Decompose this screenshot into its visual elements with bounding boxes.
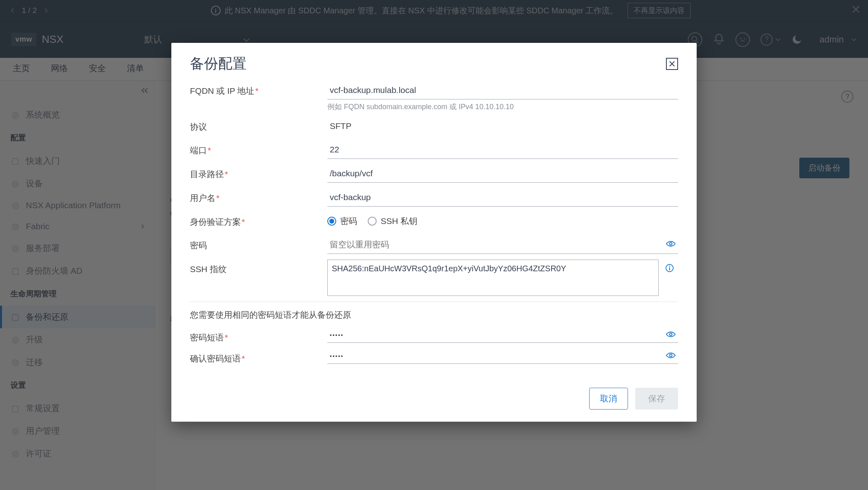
password-input[interactable]	[327, 236, 664, 253]
auth-radio-group: 密码 SSH 私钥	[327, 212, 678, 230]
passphrase-label: 密码短语*	[190, 328, 327, 343]
form-row-port: 端口*	[190, 141, 678, 159]
passphrase-note: 您需要使用相同的密码短语才能从备份还原	[190, 309, 678, 321]
port-input[interactable]	[327, 141, 678, 159]
save-button[interactable]: 保存	[635, 388, 678, 410]
info-icon[interactable]	[665, 260, 674, 274]
form-row-username: 用户名*	[190, 188, 678, 207]
svg-point-3	[670, 243, 672, 245]
username-label: 用户名*	[190, 188, 327, 204]
form-row-fqdn: FQDN 或 IP 地址* 例如 FQDN subdomain.example.…	[190, 81, 678, 112]
svg-rect-6	[669, 268, 670, 270]
modal-body: FQDN 或 IP 地址* 例如 FQDN subdomain.example.…	[171, 77, 697, 378]
form-row-protocol: 协议 SFTP	[190, 117, 678, 135]
eye-icon[interactable]	[664, 240, 678, 249]
protocol-label: 协议	[190, 117, 327, 133]
protocol-value: SFTP	[327, 117, 678, 135]
password-label: 密码	[190, 236, 327, 251]
fqdn-input[interactable]	[327, 81, 678, 99]
modal-close-button[interactable]	[666, 58, 678, 70]
confirm-passphrase-label: 确认密码短语*	[190, 349, 327, 364]
svg-point-7	[670, 333, 672, 336]
form-row-auth: 身份验证方案* 密码 SSH 私钥	[190, 212, 678, 230]
modal-overlay: 备份配置 FQDN 或 IP 地址* 例如 FQDN subdomain.exa…	[0, 0, 868, 490]
radio-unchecked-icon	[368, 217, 377, 226]
passphrase-input[interactable]	[327, 328, 664, 342]
modal-header: 备份配置	[171, 43, 697, 77]
eye-icon[interactable]	[664, 352, 678, 361]
auth-radio-password[interactable]: 密码	[327, 215, 357, 227]
port-label: 端口*	[190, 141, 327, 156]
fqdn-label: FQDN 或 IP 地址*	[190, 81, 327, 97]
svg-point-8	[670, 354, 672, 357]
auth-label: 身份验证方案*	[190, 212, 327, 228]
radio-checked-icon	[327, 217, 336, 226]
directory-input[interactable]	[327, 165, 678, 183]
username-input[interactable]	[327, 188, 678, 207]
eye-icon[interactable]	[664, 331, 678, 340]
directory-label: 目录路径*	[190, 165, 327, 180]
form-row-confirm-passphrase: 确认密码短语*	[190, 349, 678, 364]
modal-title: 备份配置	[190, 54, 246, 73]
form-row-passphrase: 密码短语*	[190, 328, 678, 343]
svg-point-5	[669, 266, 670, 267]
form-row-directory: 目录路径*	[190, 165, 678, 183]
fqdn-hint: 例如 FQDN subdomain.example.com 或 IPv4 10.…	[327, 102, 678, 112]
confirm-passphrase-input[interactable]	[327, 349, 664, 363]
form-row-ssh-fingerprint: SSH 指纹 SHA256:nEaUHcW3VRsQ1q9r1epX+yiVut…	[190, 260, 678, 296]
divider	[190, 302, 678, 302]
auth-radio-sshkey[interactable]: SSH 私钥	[368, 215, 417, 227]
backup-config-modal: 备份配置 FQDN 或 IP 地址* 例如 FQDN subdomain.exa…	[171, 43, 697, 422]
modal-footer: 取消 保存	[171, 378, 697, 422]
ssh-fingerprint-textarea[interactable]: SHA256:nEaUHcW3VRsQ1q9r1epX+yiVutJbyYz06…	[327, 260, 659, 296]
ssh-fingerprint-label: SSH 指纹	[190, 260, 327, 275]
cancel-button[interactable]: 取消	[589, 388, 628, 410]
form-row-password: 密码	[190, 236, 678, 254]
